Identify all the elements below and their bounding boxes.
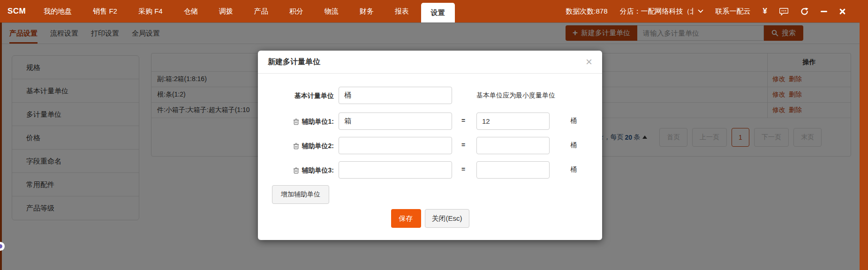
branch-name: 分店：一配网络科技（北 — [620, 7, 694, 16]
equals-sign: = — [460, 165, 467, 173]
nav-item-product[interactable]: 产品 — [254, 7, 268, 16]
aux-unit-qty-input[interactable] — [476, 137, 550, 154]
navbar-right-group: 数据次数:878 分店：一配网络科技（北 联系一配云 ¥ — [566, 7, 845, 16]
contact-link[interactable]: 联系一配云 — [716, 7, 751, 16]
aux-unit-qty-input[interactable] — [476, 161, 550, 179]
save-button[interactable]: 保存 — [391, 209, 421, 228]
nav-item-settings-active[interactable]: 设置 — [421, 3, 455, 22]
branch-selector[interactable]: 分店：一配网络科技（北 — [620, 7, 703, 16]
trash-icon[interactable] — [293, 167, 299, 174]
top-navbar: SCM 我的地盘 销售 F2 采购 F4 仓储 调拨 产品 积分 物流 财务 报… — [0, 0, 868, 22]
equals-sign: = — [460, 141, 467, 149]
nav-item-transfer[interactable]: 调拨 — [219, 7, 233, 16]
nav-item-sales[interactable]: 销售 F2 — [93, 7, 117, 16]
base-unit-note: 基本单位应为最小度量单位 — [476, 91, 555, 100]
aux-unit-label: 辅助单位3: — [302, 161, 334, 179]
aux-unit-name-input[interactable] — [339, 112, 452, 130]
dialog-footer: 保存 关闭(Esc) — [258, 209, 602, 228]
nav-item-my-space[interactable]: 我的地盘 — [44, 7, 72, 16]
currency-button[interactable]: ¥ — [763, 7, 767, 16]
nav-item-reports[interactable]: 报表 — [395, 7, 409, 16]
unit-suffix: 桶 — [570, 117, 577, 125]
main-menu: 我的地盘 销售 F2 采购 F4 仓储 调拨 产品 积分 物流 财务 报表 — [44, 7, 408, 16]
aux-unit-label: 辅助单位1: — [302, 112, 334, 130]
nav-item-purchase[interactable]: 采购 F4 — [138, 7, 163, 16]
nav-item-points[interactable]: 积分 — [289, 7, 303, 16]
dialog-close-icon[interactable]: × — [586, 56, 592, 68]
nav-item-warehouse[interactable]: 仓储 — [184, 7, 198, 16]
aux-unit-row-3: 辅助单位3: = 桶 — [258, 161, 602, 179]
base-unit-label: 基本计量单位 — [294, 87, 334, 105]
aux-unit-row-2: 辅助单位2: = 桶 — [258, 137, 602, 155]
trash-icon[interactable] — [293, 118, 299, 125]
nav-item-finance[interactable]: 财务 — [360, 7, 374, 16]
aux-unit-label: 辅助单位2: — [302, 137, 334, 155]
close-esc-button[interactable]: 关闭(Esc) — [425, 209, 469, 228]
chevron-down-icon — [698, 9, 703, 13]
close-icon — [839, 8, 845, 15]
data-count-label: 数据次数:878 — [566, 7, 607, 16]
minimize-icon — [821, 11, 827, 12]
chat-icon — [779, 8, 788, 15]
trash-icon[interactable] — [293, 142, 299, 150]
base-unit-row: 基本计量单位 基本单位应为最小度量单位 — [258, 87, 602, 105]
aux-unit-row-1: 辅助单位1: = 桶 — [258, 112, 602, 130]
scm-app-window: SCM 我的地盘 销售 F2 采购 F4 仓储 调拨 产品 积分 物流 财务 报… — [0, 0, 868, 270]
refresh-icon — [800, 8, 808, 15]
nav-item-logistics[interactable]: 物流 — [325, 7, 339, 16]
add-aux-unit-button[interactable]: 增加辅助单位 — [272, 185, 329, 204]
equals-sign: = — [460, 117, 467, 124]
base-unit-input[interactable] — [339, 87, 452, 104]
unit-suffix: 桶 — [570, 165, 577, 174]
aux-unit-name-input[interactable] — [339, 137, 452, 154]
refresh-button[interactable] — [800, 8, 808, 15]
unit-suffix: 桶 — [570, 141, 577, 150]
window-close-button[interactable] — [839, 8, 845, 15]
dialog-header: 新建多计量单位 × — [258, 51, 602, 74]
minimize-button[interactable] — [821, 11, 827, 12]
app-logo: SCM — [8, 7, 26, 16]
chat-button[interactable] — [779, 8, 788, 15]
new-multi-unit-dialog: 新建多计量单位 × 基本计量单位 基本单位应为最小度量单位 辅助单位1: = 桶… — [258, 51, 602, 240]
dialog-title: 新建多计量单位 — [268, 57, 320, 67]
aux-unit-qty-input[interactable] — [476, 112, 550, 130]
badge-dot — [0, 244, 2, 248]
aux-unit-name-input[interactable] — [339, 161, 452, 179]
